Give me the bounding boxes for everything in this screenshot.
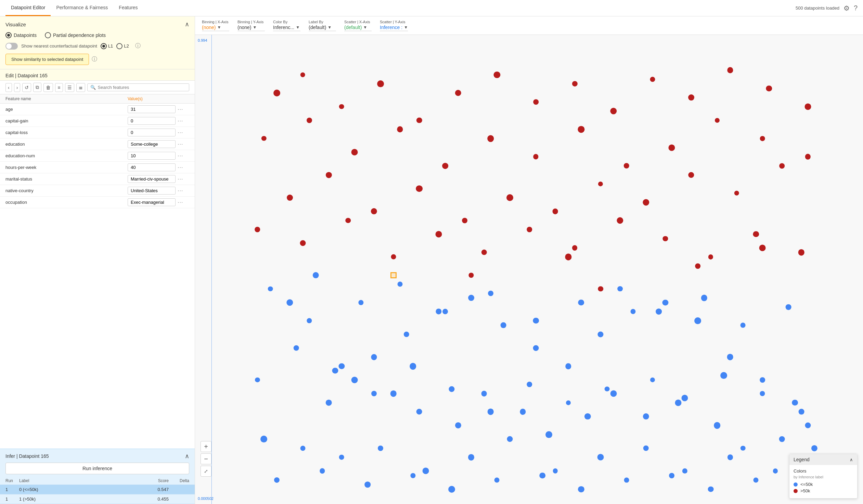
blue-dot[interactable] <box>617 286 623 292</box>
blue-dot[interactable] <box>312 272 318 278</box>
blue-dot[interactable] <box>675 399 681 406</box>
blue-dot[interactable] <box>760 391 765 396</box>
feat-input[interactable] <box>128 140 176 148</box>
red-dot[interactable] <box>715 118 720 123</box>
blue-dot[interactable] <box>371 354 377 360</box>
red-dot[interactable] <box>650 77 655 82</box>
counterfactual-toggle[interactable] <box>5 43 18 50</box>
blue-dot[interactable] <box>773 468 778 473</box>
blue-dot[interactable] <box>578 486 584 492</box>
blue-dot[interactable] <box>786 304 791 310</box>
blue-dot[interactable] <box>598 331 604 337</box>
scatter-area[interactable]: 0.994 0.000502 + − ⤢ Legend ∧ Colors by … <box>195 35 863 504</box>
red-dot[interactable] <box>805 154 810 159</box>
feat-input[interactable] <box>128 129 176 137</box>
l2-radio[interactable]: L2 <box>116 43 129 49</box>
blue-dot[interactable] <box>390 390 397 397</box>
red-dot[interactable] <box>307 118 312 123</box>
blue-dot[interactable] <box>468 295 474 301</box>
binning-x-select[interactable]: (none) ▼ <box>202 25 229 31</box>
red-dot[interactable] <box>273 90 280 96</box>
blue-dot[interactable] <box>760 377 765 383</box>
blue-dot[interactable] <box>630 309 636 314</box>
fit-btn[interactable]: ⤢ <box>201 466 212 477</box>
blue-dot[interactable] <box>488 290 493 296</box>
scatter-x-select[interactable]: (default) ▼ <box>344 25 372 31</box>
run-inference-btn[interactable]: Run inference <box>5 463 189 474</box>
blue-dot[interactable] <box>727 354 733 360</box>
red-dot[interactable] <box>727 67 733 73</box>
blue-dot[interactable] <box>805 423 811 428</box>
blue-dot[interactable] <box>714 422 721 429</box>
duplicate-btn[interactable]: ⧉ <box>33 83 41 92</box>
red-dot[interactable] <box>572 81 577 87</box>
blue-dot[interactable] <box>533 345 539 351</box>
blue-dot[interactable] <box>598 454 604 461</box>
red-dot[interactable] <box>766 86 772 91</box>
red-dot[interactable] <box>300 72 305 77</box>
blue-dot[interactable] <box>662 299 668 305</box>
blue-dot[interactable] <box>410 363 416 370</box>
blue-dot[interactable] <box>611 390 617 397</box>
zoom-out-btn[interactable]: − <box>201 453 212 464</box>
blue-dot[interactable] <box>546 431 552 438</box>
align-center-btn[interactable]: ☰ <box>65 83 74 92</box>
red-dot[interactable] <box>565 254 572 260</box>
blue-dot[interactable] <box>501 322 506 328</box>
red-dot[interactable] <box>695 263 700 269</box>
more-btn[interactable]: ··· <box>178 106 183 113</box>
blue-dot[interactable] <box>553 468 558 473</box>
blue-dot[interactable] <box>811 445 817 451</box>
red-dot[interactable] <box>416 118 422 123</box>
label-by-select[interactable]: (default) ▼ <box>309 25 336 31</box>
red-dot[interactable] <box>624 163 630 169</box>
red-dot[interactable] <box>598 182 603 186</box>
feat-input[interactable] <box>128 152 176 160</box>
blue-dot[interactable] <box>274 477 279 483</box>
blue-dot[interactable] <box>650 377 654 382</box>
red-dot[interactable] <box>487 135 494 142</box>
red-dot[interactable] <box>760 136 765 141</box>
scatter-canvas[interactable] <box>195 35 863 504</box>
blue-dot[interactable] <box>539 473 546 479</box>
more-btn[interactable]: ··· <box>178 118 183 124</box>
blue-dot[interactable] <box>403 332 409 337</box>
blue-dot[interactable] <box>268 286 273 291</box>
l1-radio[interactable]: L1 <box>101 43 113 49</box>
blue-dot[interactable] <box>798 409 804 415</box>
counterfactual-info-icon[interactable]: ⓘ <box>135 42 141 50</box>
blue-dot[interactable] <box>527 382 532 387</box>
feat-input[interactable] <box>128 187 176 195</box>
red-dot[interactable] <box>468 272 474 277</box>
blue-dot[interactable] <box>694 317 701 324</box>
blue-dot[interactable] <box>565 363 572 369</box>
blue-dot[interactable] <box>378 445 383 451</box>
blue-dot[interactable] <box>681 395 688 401</box>
red-dot[interactable] <box>688 172 694 178</box>
red-dot[interactable] <box>668 144 675 151</box>
align-left-btn[interactable]: ≡ <box>55 83 63 92</box>
red-dot[interactable] <box>708 254 713 259</box>
prev-btn[interactable]: ‹ <box>5 83 12 92</box>
tab-features[interactable]: Features <box>113 0 143 16</box>
blue-dot[interactable] <box>533 318 539 324</box>
binning-y-select[interactable]: (none) ▼ <box>237 25 265 31</box>
blue-dot[interactable] <box>468 454 474 460</box>
infer-row[interactable]: 1 1 (>50k) 0.455 <box>0 494 195 504</box>
blue-dot[interactable] <box>708 486 713 492</box>
radio-partial-dep[interactable]: Partial dependence plots <box>45 32 106 38</box>
blue-dot[interactable] <box>436 309 442 314</box>
blue-dot[interactable] <box>255 377 260 382</box>
blue-dot[interactable] <box>578 299 585 306</box>
infer-collapse-btn[interactable]: ∧ <box>185 452 189 460</box>
red-dot[interactable] <box>300 241 305 246</box>
tab-performance-fairness[interactable]: Performance & Fairness <box>51 0 113 16</box>
blue-dot[interactable] <box>332 368 338 374</box>
red-dot[interactable] <box>339 104 344 109</box>
blue-dot[interactable] <box>520 409 526 415</box>
blue-dot[interactable] <box>364 482 371 488</box>
blue-dot[interactable] <box>286 299 293 306</box>
similarity-info-icon[interactable]: ⓘ <box>92 56 97 63</box>
more-btn[interactable]: ··· <box>178 199 183 206</box>
blue-dot[interactable] <box>624 478 629 483</box>
